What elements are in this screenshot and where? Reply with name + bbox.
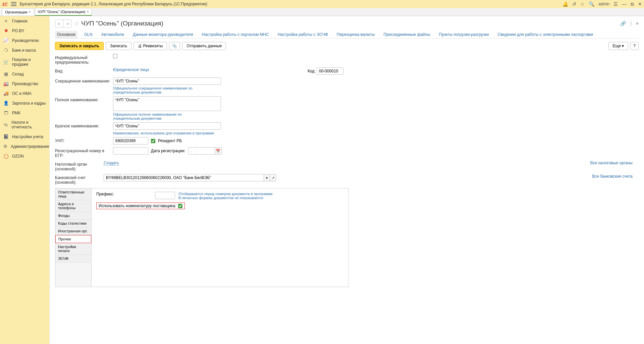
sidebar-item-settings[interactable]: 📓Настройки учета xyxy=(0,132,49,141)
sidebar-item-trade[interactable]: 🛒Покупки и продажи xyxy=(0,55,49,69)
sidebar-label: Руководителю xyxy=(12,38,39,43)
factory-icon: 🏭 xyxy=(3,81,9,86)
sidebar-item-production[interactable]: 🏭Производство xyxy=(0,79,49,89)
close-icon[interactable]: × xyxy=(87,9,89,14)
history-icon[interactable]: ↺ xyxy=(572,1,576,7)
sidebar-label: Главное xyxy=(12,19,28,23)
book-icon: 📓 xyxy=(3,134,9,139)
resident-checkbox[interactable] xyxy=(151,139,155,143)
sidebar-label: Банк и касса xyxy=(12,48,36,53)
section-tab-mns[interactable]: Настройка работы с порталом МНС xyxy=(200,31,271,38)
egr-input[interactable] xyxy=(113,147,148,155)
favorite-star-icon[interactable]: ☆ xyxy=(74,20,79,27)
section-tab-points[interactable]: Пункты погрузки-разгрузки xyxy=(437,31,491,38)
vtab-content: Префикс: Отображается перед номером доку… xyxy=(92,188,348,287)
use-nomenclature-box: Использовать номенклатуру поставщика: xyxy=(96,203,185,209)
tax-all-link[interactable]: Все налоговые органы xyxy=(590,161,633,165)
user-label[interactable]: admin xyxy=(598,2,609,6)
sidebar-item-poby[interactable]: ✱PO.BY xyxy=(0,26,49,36)
settings-icon[interactable]: ☰ xyxy=(613,1,618,7)
send-data-button[interactable]: Отправить данные xyxy=(182,42,226,50)
short-name-input[interactable] xyxy=(113,77,221,85)
maximize-icon[interactable]: ⧉ xyxy=(631,1,634,7)
section-tab-monitor[interactable]: Данные монитора руководителя xyxy=(131,31,195,38)
sidebar-item-ozon[interactable]: ◯OZON xyxy=(0,151,49,161)
save-close-button[interactable]: Записать и закрыть xyxy=(55,42,104,50)
back-button[interactable]: ← xyxy=(55,20,63,27)
ip-checkbox[interactable] xyxy=(113,54,117,58)
reg-date-input[interactable] xyxy=(188,147,215,155)
save-button[interactable]: Записать xyxy=(106,42,131,50)
section-tab-main[interactable]: Основное xyxy=(55,31,77,38)
section-tab-eschf[interactable]: Настройка работы с ЭСЧФ xyxy=(276,31,330,38)
tab-organization-current[interactable]: ЧУП "Осень" (Организация) × xyxy=(35,8,92,16)
unp-label: УНП: xyxy=(55,137,113,143)
open-icon[interactable]: ↗ xyxy=(270,174,276,181)
sidebar-label: РМК xyxy=(12,111,20,115)
section-tab-files[interactable]: Присоединенные файлы xyxy=(381,31,432,38)
percent-icon: % xyxy=(3,122,8,127)
bank-all-link[interactable]: Все банковские счета xyxy=(592,174,633,179)
minimize-icon[interactable]: — xyxy=(622,1,627,7)
reg-date-label: Дата регистрации: xyxy=(151,149,185,153)
sidebar-item-tax[interactable]: %Налоги и отчетность xyxy=(0,118,49,132)
sidebar-item-hr[interactable]: 👤Зарплата и кадры xyxy=(0,98,49,108)
vtab-print[interactable]: Настройки печати xyxy=(55,243,91,255)
vtab-eschf[interactable]: ЭСЧФ xyxy=(55,255,91,263)
brief-name-input[interactable] xyxy=(113,122,221,130)
burger-icon[interactable] xyxy=(11,2,16,6)
vtab-other[interactable]: Прочее xyxy=(55,235,91,243)
section-tab-epassport[interactable]: Сведения для работы с электронными паспо… xyxy=(495,31,595,38)
truck-icon: 🚚 xyxy=(3,91,9,96)
prefix-input[interactable] xyxy=(155,192,175,199)
link-icon[interactable]: 🔗 xyxy=(620,21,626,26)
sidebar-item-bank[interactable]: ❍Банк и касса xyxy=(0,45,49,55)
sidebar-item-assets[interactable]: 🚚ОС и НМА xyxy=(0,89,49,98)
nav-buttons: ← → xyxy=(55,19,72,27)
tabs-bar: Организации × ЧУП "Осень" (Организация) … xyxy=(0,8,644,16)
vtab-stats[interactable]: Коды статистики xyxy=(55,220,91,227)
star-icon[interactable]: ☆ xyxy=(580,1,585,7)
grid-icon: ▦ xyxy=(3,71,9,76)
tab-organizations[interactable]: Организации × xyxy=(2,8,34,15)
toolbar: Записать и закрыть Записать 🖨 Реквизиты … xyxy=(55,42,639,50)
full-name-textarea[interactable]: ЧУП "Осень" xyxy=(113,96,221,111)
help-button[interactable]: ? xyxy=(630,42,639,50)
close-icon[interactable]: ✕ xyxy=(638,1,642,7)
page-title: ЧУП "Осень" (Организация) xyxy=(81,20,163,27)
titlebar: 1C Бухгалтерия для Беларуси, редакция 2.… xyxy=(0,0,644,8)
more-button[interactable]: Еще ▾ xyxy=(608,42,629,50)
sidebar-item-main[interactable]: ≡Главное xyxy=(0,16,49,26)
vtab-foreign[interactable]: Иностранная орг. xyxy=(55,227,91,235)
tab-label: ЧУП "Осень" (Организация) xyxy=(38,10,86,14)
requisites-button[interactable]: 🖨 Реквизиты xyxy=(133,42,167,50)
unp-input[interactable] xyxy=(113,137,148,145)
tax-create-link[interactable]: Создать xyxy=(104,161,119,166)
bell-icon[interactable]: 🔔 xyxy=(562,1,568,7)
vtab-funds[interactable]: Фонды xyxy=(55,212,91,220)
dropdown-icon[interactable]: ▾ xyxy=(264,174,270,181)
calendar-icon[interactable]: 📅 xyxy=(215,147,222,155)
vtab-responsibles[interactable]: Ответственные лица xyxy=(55,188,91,200)
section-tab-currency[interactable]: Переоценка валюты xyxy=(335,31,377,38)
sidebar-item-admin[interactable]: ⚙Администрирование xyxy=(0,141,49,151)
vid-value[interactable]: Юридическое лицо xyxy=(113,67,149,72)
close-icon[interactable]: × xyxy=(29,10,31,14)
section-tab-auto[interactable]: Автомобили xyxy=(99,31,126,38)
kod-input[interactable] xyxy=(317,67,343,75)
close-panel-icon[interactable]: × xyxy=(636,21,639,26)
full-name-label: Полное наименование: xyxy=(55,96,113,102)
sidebar-item-warehouse[interactable]: ▦Склад xyxy=(0,69,49,79)
chart-icon: 📈 xyxy=(3,38,9,43)
sidebar-item-manager[interactable]: 📈Руководителю xyxy=(0,36,49,45)
sidebar-item-rmk[interactable]: 🗔РМК xyxy=(0,108,49,118)
vtab-addresses[interactable]: Адреса и телефоны xyxy=(55,200,91,212)
section-tab-gln[interactable]: GLN xyxy=(82,31,95,38)
bank-input[interactable] xyxy=(104,174,264,181)
attach-button[interactable]: 📎 xyxy=(169,42,180,50)
forward-button[interactable]: → xyxy=(63,20,71,27)
use-nomenclature-checkbox[interactable] xyxy=(178,204,182,208)
kod-group: Код: xyxy=(308,67,343,75)
kebab-icon[interactable]: ⋮ xyxy=(629,21,633,26)
search-icon[interactable]: 🔍 xyxy=(589,1,594,7)
